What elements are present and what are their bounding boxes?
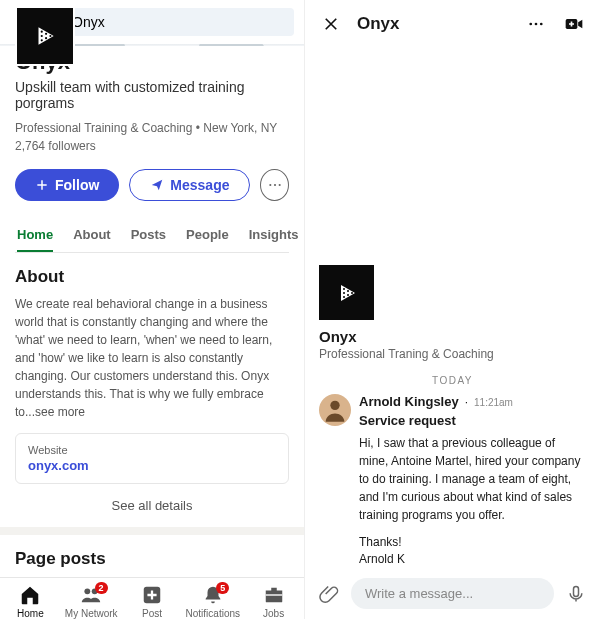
follow-button[interactable]: Follow (15, 169, 119, 201)
tab-home[interactable]: Home (17, 219, 53, 252)
attach-button[interactable] (317, 582, 341, 606)
svg-point-18 (343, 292, 345, 294)
svg-point-13 (529, 23, 532, 26)
person-icon (321, 396, 349, 424)
svg-point-19 (343, 296, 345, 298)
home-icon (19, 584, 41, 606)
svg-point-6 (49, 35, 51, 37)
company-logo[interactable] (15, 6, 75, 66)
svg-point-3 (41, 39, 43, 41)
close-icon (322, 15, 340, 33)
message-button[interactable]: Message (129, 169, 250, 201)
svg-point-22 (351, 292, 353, 294)
chat-title: Onyx (357, 14, 510, 34)
message-author[interactable]: Arnold Kingsley (359, 394, 459, 409)
message-time: 11:21am (474, 397, 513, 408)
close-button[interactable] (319, 12, 343, 36)
nav-post[interactable]: Post (122, 584, 183, 619)
see-all-details[interactable]: See all details (0, 484, 304, 535)
message-body: Hi, I saw that a previous colleague of m… (359, 434, 586, 524)
tab-posts[interactable]: Posts (131, 219, 166, 252)
tab-bar: Home About Posts People Insights (15, 219, 289, 253)
svg-point-2 (41, 35, 43, 37)
avatar[interactable] (319, 394, 351, 426)
company-meta: Professional Training & Coaching • New Y… (15, 119, 289, 155)
svg-point-1 (41, 31, 43, 33)
svg-point-14 (535, 23, 538, 26)
nav-home[interactable]: Home (0, 584, 61, 619)
svg-point-20 (347, 290, 349, 292)
dots-icon (267, 177, 283, 193)
svg-point-17 (343, 288, 345, 290)
search-input[interactable] (72, 14, 286, 30)
website-card: Website onyx.com (15, 433, 289, 484)
about-heading: About (15, 267, 289, 287)
svg-point-23 (330, 401, 339, 410)
tab-insights[interactable]: Insights (249, 219, 299, 252)
page-posts-heading: Page posts (0, 535, 304, 577)
svg-point-7 (269, 184, 271, 186)
search-box[interactable] (42, 8, 294, 36)
chat-more-button[interactable] (524, 12, 548, 36)
message-subject: Service request (359, 413, 586, 428)
compose-input[interactable]: Write a message... (351, 578, 554, 609)
mic-icon (566, 584, 586, 604)
plus-icon (35, 178, 49, 192)
chat-company-logo[interactable] (319, 265, 374, 320)
svg-point-9 (278, 184, 280, 186)
chat-panel: Onyx Onyx Professional Traning & Coachin… (305, 0, 600, 619)
svg-point-4 (45, 33, 47, 35)
website-link[interactable]: onyx.com (28, 458, 276, 473)
website-label: Website (28, 444, 276, 456)
network-badge: 2 (95, 582, 108, 594)
company-tagline: Upskill team with customized training po… (15, 79, 289, 111)
chat-company-meta: Professional Traning & Coaching (319, 347, 586, 361)
svg-point-15 (540, 23, 543, 26)
svg-point-21 (347, 294, 349, 296)
tab-people[interactable]: People (186, 219, 229, 252)
about-body: We create real behavioral change in a bu… (15, 295, 289, 421)
chat-company-name: Onyx (319, 328, 586, 345)
nav-jobs[interactable]: Jobs (243, 584, 304, 619)
svg-rect-24 (574, 586, 579, 596)
message-row: Arnold Kingsley · 11:21am Service reques… (305, 394, 600, 568)
dots-icon (527, 15, 545, 33)
date-separator: TODAY (305, 375, 600, 386)
svg-point-8 (274, 184, 276, 186)
nav-network[interactable]: 2 My Network (61, 584, 122, 619)
svg-point-10 (85, 588, 91, 594)
tab-about[interactable]: About (73, 219, 111, 252)
post-icon (141, 584, 163, 606)
video-icon (564, 14, 584, 34)
bottom-nav: Home 2 My Network Post 5 Notifications J… (0, 577, 304, 619)
svg-point-5 (45, 37, 47, 39)
video-button[interactable] (562, 12, 586, 36)
paperclip-icon (319, 584, 339, 604)
profile-panel: Onyx Upskill team with customized traini… (0, 0, 305, 619)
more-button[interactable] (260, 169, 289, 201)
briefcase-icon (263, 584, 285, 606)
see-more-link[interactable]: ...see more (25, 405, 85, 419)
notifications-badge: 5 (216, 582, 229, 594)
send-icon (150, 178, 164, 192)
voice-button[interactable] (564, 582, 588, 606)
message-signature: Thanks!Arnold K (359, 534, 586, 568)
nav-notifications[interactable]: 5 Notifications (182, 584, 243, 619)
